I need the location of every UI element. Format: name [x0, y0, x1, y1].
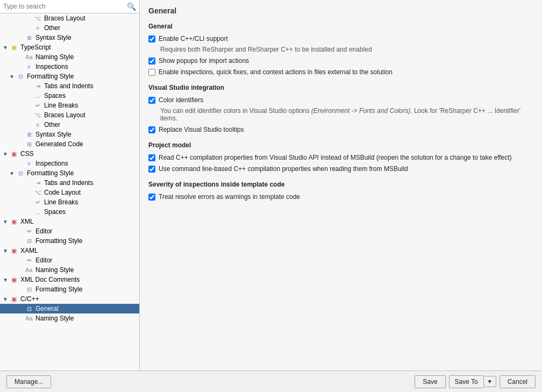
search-icon: 🔍	[127, 2, 136, 11]
color-identifiers-checkbox[interactable]	[148, 97, 155, 104]
use-cmdline-label: Use command line-based C++ compilation p…	[159, 165, 408, 173]
editor2-icon: ✏	[25, 257, 33, 264]
enable-inspections-ext-label: Enable inspections, quick fixes, and con…	[159, 68, 393, 76]
expand-arrow-typescript: ▼	[2, 44, 9, 51]
expand-arrow-xml: ▼	[2, 218, 9, 225]
expand-arrow	[26, 189, 32, 196]
tree-item-naming-style-ts[interactable]: Aa Naming Style	[0, 52, 139, 62]
code-layout-icon: ⌥	[33, 189, 42, 196]
read-cpp-props-label: Read C++ compilation properties from Vis…	[159, 154, 512, 161]
main-container: 🔍 ⌥ Braces Layout ≡ Other ≣ Syntax St	[0, 0, 542, 392]
syntax-icon: ≣	[25, 34, 33, 41]
tree-item-xml[interactable]: ▼ ▣ XML	[0, 217, 139, 226]
braces-icon: ⌥	[33, 15, 42, 22]
tree-item-tabs-css[interactable]: ⇥ Tabs and Indents	[0, 178, 139, 188]
xml-icon: ▣	[10, 218, 18, 225]
other-icon: ≡	[33, 25, 42, 31]
tree-item-label: Tabs and Indents	[44, 179, 93, 187]
save-to-dropdown-button[interactable]: ▼	[483, 376, 496, 387]
tree-item-formatting-ts[interactable]: ▼ ⊟ Formatting Style	[0, 72, 139, 81]
tree-item-code-layout-css[interactable]: ⌥ Code Layout	[0, 188, 139, 197]
tree-item-label: Spaces	[44, 92, 66, 99]
read-cpp-props-checkbox[interactable]	[148, 154, 155, 161]
tree-item-cpp[interactable]: ▼ ▣ C/C++	[0, 294, 139, 304]
tree-item-label: Tabs and Indents	[44, 82, 93, 90]
show-popups-checkbox[interactable]	[148, 58, 155, 65]
naming3-icon: Aa	[25, 315, 33, 322]
folder-icon: ▣	[10, 44, 18, 51]
save-button[interactable]: Save	[415, 375, 445, 388]
tree-item-spaces-css[interactable]: ⎵ Spaces	[0, 207, 139, 217]
tree-item-inspections-css[interactable]: ≡ Inspections	[0, 159, 139, 168]
manage-button[interactable]: Manage...	[6, 375, 51, 388]
tree-item-other[interactable]: ≡ Other	[0, 23, 139, 33]
expand-arrow	[17, 305, 24, 312]
save-to-button[interactable]: Save To	[449, 375, 483, 388]
tree-item-tabs-ts[interactable]: ⇥ Tabs and Indents	[0, 81, 139, 91]
tree-item-naming-cpp[interactable]: Aa Naming Style	[0, 313, 139, 323]
tabs2-icon: ⇥	[33, 180, 42, 187]
tree-item-spaces-ts[interactable]: ⎵ Spaces	[0, 91, 139, 101]
expand-arrow	[17, 238, 24, 244]
cancel-button[interactable]: Cancel	[500, 375, 536, 388]
enable-cpp-cli-checkbox[interactable]	[148, 35, 155, 42]
search-box: 🔍	[0, 0, 139, 13]
tree-item-css[interactable]: ▼ ▣ CSS	[0, 149, 139, 159]
tree-item-syntax-ts[interactable]: ≣ Syntax Style	[0, 130, 139, 139]
tree-item-xaml[interactable]: ▼ ▣ XAML	[0, 246, 139, 255]
tree-item-formatting-xmldoc[interactable]: ⊟ Formatting Style	[0, 284, 139, 294]
tree-item-braces-ts[interactable]: ⌥ Braces Layout	[0, 110, 139, 120]
general-icon: ⊡	[25, 305, 33, 312]
tree-item-generated-code[interactable]: ⊞ Generated Code	[0, 139, 139, 149]
replace-tooltips-label: Replace Visual Studio tooltips	[159, 126, 244, 133]
css-icon: ▣	[10, 151, 18, 158]
general-section-title: General	[148, 23, 533, 30]
enable-cpp-cli-label: Enable C++/CLI support	[159, 35, 228, 42]
expand-arrow	[26, 209, 32, 215]
right-panel: General General Enable C++/CLI support R…	[140, 0, 542, 370]
expand-arrow	[17, 63, 24, 70]
expand-arrow	[17, 54, 24, 60]
tree-container: ⌥ Braces Layout ≡ Other ≣ Syntax Style ▼…	[0, 13, 139, 370]
treat-resolve-checkbox[interactable]	[148, 194, 155, 201]
tree-item-naming-xaml[interactable]: Aa Naming Style	[0, 265, 139, 275]
expand-arrow-formatting-css: ▼	[9, 170, 15, 176]
tree-item-general-cpp[interactable]: ⊡ General	[0, 304, 139, 313]
search-input[interactable]	[3, 3, 127, 10]
tree-item-inspections-ts[interactable]: ≡ Inspections	[0, 62, 139, 72]
panel-title: General	[148, 6, 533, 15]
content-area: 🔍 ⌥ Braces Layout ≡ Other ≣ Syntax St	[0, 0, 542, 370]
other2-icon: ≡	[33, 122, 42, 128]
tree-item-label: Line Breaks	[44, 102, 78, 109]
expand-arrow	[26, 112, 32, 118]
expand-arrow	[17, 34, 24, 41]
tree-item-other-ts[interactable]: ≡ Other	[0, 120, 139, 130]
expand-arrow	[26, 25, 32, 31]
tree-item-formatting-css[interactable]: ▼ ⊟ Formatting Style	[0, 168, 139, 178]
option-row-popups: Show popups for import actions	[148, 56, 533, 65]
replace-tooltips-checkbox[interactable]	[148, 126, 155, 133]
tree-item-label: Formatting Style	[35, 286, 82, 293]
tree-item-label: Braces Layout	[44, 111, 85, 119]
tree-item-linebreaks-ts[interactable]: ↵ Line Breaks	[0, 101, 139, 110]
tree-item-xmldoc[interactable]: ▼ ▣ XML Doc Comments	[0, 275, 139, 284]
expand-arrow	[17, 141, 24, 147]
tree-item-linebreaks-css[interactable]: ↵ Line Breaks	[0, 197, 139, 207]
enable-inspections-ext-checkbox[interactable]	[148, 69, 155, 76]
expand-arrow-css: ▼	[2, 151, 9, 157]
tree-item-label: Inspections	[35, 160, 68, 167]
lines-icon: ↵	[33, 102, 42, 109]
use-cmdline-checkbox[interactable]	[148, 166, 155, 173]
tree-item-label: Formatting Style	[35, 237, 82, 245]
tree-item-braces-layout[interactable]: ⌥ Braces Layout	[0, 13, 139, 23]
tree-item-editor-xml[interactable]: ✏ Editor	[0, 226, 139, 236]
bottom-bar: Manage... Save Save To ▼ Cancel	[0, 370, 542, 392]
color-identifiers-sub: You can edit identifier colors in Visual…	[160, 107, 533, 122]
tree-item-formatting-xml[interactable]: ⊟ Formatting Style	[0, 236, 139, 246]
tree-item-editor-xaml[interactable]: ✏ Editor	[0, 255, 139, 265]
tree-item-label: Braces Layout	[44, 15, 85, 22]
syntax2-icon: ≣	[25, 131, 33, 138]
tree-item-typescript[interactable]: ▼ ▣ TypeScript	[0, 42, 139, 52]
tree-item-syntax-style[interactable]: ≣ Syntax Style	[0, 33, 139, 42]
tree-item-label: Other	[44, 121, 60, 129]
